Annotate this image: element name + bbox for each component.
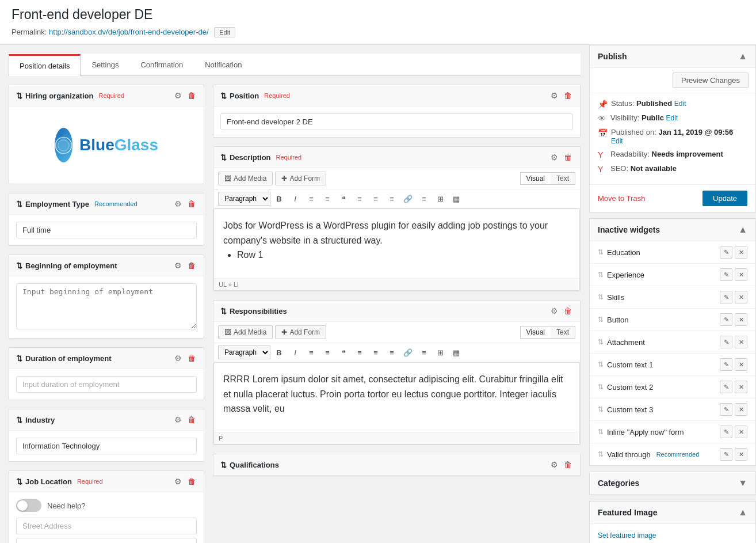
responsibilities-link-button[interactable]: 🔗 (400, 345, 415, 359)
industry-gear-button[interactable]: ⚙ (173, 414, 183, 426)
description-gear-button[interactable]: ⚙ (549, 151, 559, 163)
widget-custom-text-2-edit-button[interactable]: ✎ (720, 381, 732, 393)
responsibilities-gear-button[interactable]: ⚙ (549, 305, 559, 317)
widget-education-delete-button[interactable]: ✕ (735, 246, 747, 259)
description-add-form-button[interactable]: ✚ Add Form (275, 172, 326, 185)
description-link-button[interactable]: 🔗 (400, 192, 415, 206)
responsibilities-editor-content[interactable]: RRRR Lorem ipsum dolor sit amet, consect… (214, 363, 579, 432)
set-featured-image-link[interactable]: Set featured image (598, 531, 656, 540)
beginning-employment-textarea[interactable] (16, 283, 197, 329)
responsibilities-trash-button[interactable]: 🗑 (563, 305, 573, 317)
qualifications-trash-button[interactable]: 🗑 (563, 459, 573, 470)
categories-collapse-button[interactable]: ▼ (738, 478, 747, 488)
description-align-center-button[interactable]: ≡ (368, 192, 383, 206)
description-ul-button[interactable]: ≡ (304, 192, 319, 206)
permalink-url[interactable]: http://sandbox.dv/de/job/front-end-devel… (49, 28, 209, 36)
position-input[interactable] (220, 113, 573, 130)
widget-skills-edit-button[interactable]: ✎ (720, 291, 732, 303)
description-special-button[interactable]: ⊞ (433, 192, 448, 206)
widget-button-edit-button[interactable]: ✎ (720, 313, 732, 326)
description-table-button[interactable]: ▦ (449, 192, 464, 206)
responsibilities-align-right-button[interactable]: ≡ (384, 345, 399, 359)
responsibilities-bold-button[interactable]: B (272, 345, 287, 359)
responsibilities-add-form-button[interactable]: ✚ Add Form (275, 325, 326, 339)
responsibilities-align-left-button[interactable]: ≡ (352, 345, 367, 359)
widget-custom-text-1-edit-button[interactable]: ✎ (720, 358, 732, 371)
responsibilities-special-button[interactable]: ⊞ (433, 345, 448, 359)
need-help-toggle[interactable] (16, 499, 41, 512)
widget-inline-apply-delete-button[interactable]: ✕ (735, 426, 747, 438)
employment-type-input[interactable] (16, 222, 197, 238)
street-address-input[interactable] (16, 518, 197, 534)
description-italic-button[interactable]: I (288, 192, 303, 206)
position-trash-button[interactable]: 🗑 (563, 90, 573, 101)
widget-valid-through-delete-button[interactable]: ✕ (735, 448, 747, 461)
description-text-tab[interactable]: Text (551, 173, 575, 184)
widget-education-edit-button[interactable]: ✎ (720, 246, 732, 259)
job-location-trash-button[interactable]: 🗑 (186, 476, 197, 487)
widget-attachment-edit-button[interactable]: ✎ (720, 336, 732, 348)
status-edit-link[interactable]: Edit (674, 100, 686, 108)
widget-custom-text-3-delete-button[interactable]: ✕ (735, 403, 747, 416)
widget-experience-delete-button[interactable]: ✕ (735, 268, 747, 281)
description-more-button[interactable]: ≡ (417, 192, 432, 206)
beginning-employment-trash-button[interactable]: 🗑 (186, 260, 197, 271)
responsibilities-ol-button[interactable]: ≡ (320, 345, 335, 359)
widget-experience-edit-button[interactable]: ✎ (720, 268, 732, 281)
description-trash-button[interactable]: 🗑 (563, 151, 573, 163)
widget-custom-text-2-delete-button[interactable]: ✕ (735, 381, 747, 393)
widget-skills-delete-button[interactable]: ✕ (735, 291, 747, 303)
duration-employment-trash-button[interactable]: 🗑 (186, 352, 197, 364)
job-location-gear-button[interactable]: ⚙ (173, 476, 183, 487)
responsibilities-ul-button[interactable]: ≡ (304, 345, 319, 359)
description-align-left-button[interactable]: ≡ (352, 192, 367, 206)
hiring-org-trash-button[interactable]: 🗑 (186, 90, 197, 101)
employment-type-trash-button[interactable]: 🗑 (186, 198, 197, 210)
responsibilities-add-media-button[interactable]: 🖼 Add Media (218, 325, 273, 339)
publish-collapse-button[interactable]: ▲ (738, 51, 747, 62)
widget-inline-apply-edit-button[interactable]: ✎ (720, 426, 732, 438)
responsibilities-text-tab[interactable]: Text (551, 326, 575, 338)
description-editor-content[interactable]: Jobs for WordPress is a WordPress plugin… (214, 209, 579, 278)
tab-notification[interactable]: Notification (194, 54, 253, 76)
widget-custom-text-3-edit-button[interactable]: ✎ (720, 403, 732, 416)
description-ol-button[interactable]: ≡ (320, 192, 335, 206)
move-to-trash-link[interactable]: Move to Trash (598, 194, 645, 203)
description-add-media-button[interactable]: 🖼 Add Media (218, 172, 273, 185)
duration-employment-gear-button[interactable]: ⚙ (173, 352, 183, 364)
widget-custom-text-1-delete-button[interactable]: ✕ (735, 358, 747, 371)
featured-image-collapse-button[interactable]: ▲ (738, 507, 747, 518)
qualifications-gear-button[interactable]: ⚙ (549, 459, 559, 470)
responsibilities-align-center-button[interactable]: ≡ (368, 345, 383, 359)
widget-attachment-delete-button[interactable]: ✕ (735, 336, 747, 348)
responsibilities-more-button[interactable]: ≡ (417, 345, 432, 359)
description-align-right-button[interactable]: ≡ (384, 192, 399, 206)
responsibilities-table-button[interactable]: ▦ (449, 345, 464, 359)
inactive-widgets-collapse-button[interactable]: ▲ (738, 225, 747, 235)
description-paragraph-select[interactable]: Paragraph (218, 192, 270, 206)
employment-type-gear-button[interactable]: ⚙ (173, 198, 183, 210)
published-edit-link[interactable]: Edit (611, 137, 623, 145)
responsibilities-paragraph-select[interactable]: Paragraph (218, 345, 270, 359)
description-visual-tab[interactable]: Visual (521, 173, 551, 184)
beginning-employment-gear-button[interactable]: ⚙ (173, 260, 183, 271)
tab-settings[interactable]: Settings (81, 54, 129, 76)
permalink-edit-button[interactable]: Edit (214, 27, 235, 37)
tab-confirmation[interactable]: Confirmation (129, 54, 194, 76)
preview-changes-button[interactable]: Preview Changes (673, 73, 749, 88)
description-blockquote-button[interactable]: ❝ (336, 192, 351, 206)
responsibilities-visual-tab[interactable]: Visual (521, 326, 551, 338)
position-gear-button[interactable]: ⚙ (549, 90, 559, 101)
responsibilities-blockquote-button[interactable]: ❝ (336, 345, 351, 359)
tab-position-details[interactable]: Position details (9, 54, 81, 76)
postal-code-input[interactable] (16, 538, 197, 543)
update-button[interactable]: Update (702, 191, 747, 206)
visibility-edit-link[interactable]: Edit (666, 114, 678, 122)
hiring-org-gear-button[interactable]: ⚙ (173, 90, 183, 101)
responsibilities-italic-button[interactable]: I (288, 345, 303, 359)
industry-input[interactable] (16, 438, 197, 454)
widget-valid-through-edit-button[interactable]: ✎ (720, 448, 732, 461)
widget-button-delete-button[interactable]: ✕ (735, 313, 747, 326)
industry-trash-button[interactable]: 🗑 (186, 414, 197, 426)
duration-employment-input[interactable] (16, 376, 197, 393)
